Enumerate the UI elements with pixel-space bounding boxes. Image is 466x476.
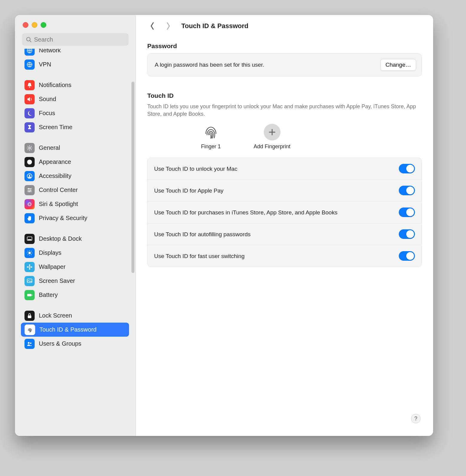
toggle-row-2: Use Touch ID for purchases in iTunes Sto…: [148, 201, 421, 223]
sidebar-item-sound[interactable]: Sound: [21, 92, 129, 106]
sidebar-item-label: Appearance: [39, 158, 71, 165]
sidebar-item-touchid[interactable]: Touch ID & Password: [21, 323, 129, 337]
add-fingerprint-button[interactable]: Add Fingerprint: [254, 124, 290, 150]
sidebar-item-label: General: [39, 144, 60, 151]
sidebar-item-desktop[interactable]: Desktop & Dock: [21, 232, 129, 246]
sidebar-item-label: Battery: [39, 292, 58, 298]
sidebar-item-battery[interactable]: Battery: [21, 288, 129, 302]
lock-icon: [24, 311, 35, 321]
search-input[interactable]: [32, 33, 125, 46]
sidebar-scrollbar[interactable]: [131, 82, 134, 273]
sidebar-item-appearance[interactable]: Appearance: [21, 155, 129, 169]
search-icon: [26, 36, 32, 42]
maximize-window-button[interactable]: [41, 22, 46, 28]
page-title: Touch ID & Password: [181, 22, 249, 30]
sidebar-item-privacy[interactable]: Privacy & Security: [21, 211, 129, 225]
hand-icon: [24, 213, 35, 223]
sidebar-item-label: Desktop & Dock: [39, 235, 82, 242]
hourglass-icon: [24, 122, 35, 132]
flower-icon: [24, 262, 35, 272]
sidebar-item-screentime[interactable]: Screen Time: [21, 120, 129, 134]
sidebar-item-label: Network: [39, 49, 61, 54]
sidebar-item-label: VPN: [39, 61, 51, 68]
moon-icon: [24, 108, 35, 118]
touchid-toggle-list: Use Touch ID to unlock your MacUse Touch…: [147, 158, 422, 267]
sidebar-item-network[interactable]: Network: [21, 49, 129, 57]
screensaver-icon: [24, 276, 35, 286]
bell-icon: [24, 80, 35, 90]
sidebar-item-label: Lock Screen: [39, 312, 72, 319]
globe-icon: [24, 60, 35, 70]
toggle-switch-1[interactable]: [399, 186, 415, 195]
window-controls: [15, 15, 136, 33]
sidebar-item-general[interactable]: General: [21, 141, 129, 155]
sidebar-item-label: Wallpaper: [39, 263, 65, 270]
sidebar-item-label: Control Center: [39, 187, 78, 193]
sidebar-item-screensaver[interactable]: Screen Saver: [21, 274, 129, 288]
sidebar-item-label: Users & Groups: [39, 340, 81, 347]
sidebar: NetworkVPNNotificationsSoundFocusScreen …: [15, 15, 136, 436]
password-card: A login password has been set for this u…: [147, 53, 422, 77]
forward-button[interactable]: [163, 20, 173, 32]
toggle-label: Use Touch ID for autofilling passwords: [154, 231, 251, 238]
sliders-icon: [24, 185, 35, 195]
change-password-button[interactable]: Change…: [380, 59, 416, 71]
sidebar-item-siri[interactable]: Siri & Spotlight: [21, 197, 129, 211]
help-button[interactable]: ?: [411, 414, 421, 423]
back-button[interactable]: [147, 20, 157, 32]
toggle-row-0: Use Touch ID to unlock your Mac: [148, 158, 421, 179]
minimize-window-button[interactable]: [32, 22, 37, 28]
toggle-switch-4[interactable]: [399, 251, 415, 261]
sun-icon: [24, 248, 35, 258]
fingerprint-icon: [203, 124, 219, 141]
sidebar-item-label: Displays: [39, 249, 62, 256]
touchid-description: Touch ID lets you use your fingerprint t…: [147, 103, 422, 118]
contrast-icon: [24, 157, 35, 167]
fingerprint-label: Add Fingerprint: [254, 144, 290, 150]
fingerprint-icon: [24, 324, 35, 335]
users-icon: [24, 339, 35, 349]
person-icon: [24, 171, 35, 181]
sidebar-item-accessibility[interactable]: Accessibility: [21, 169, 129, 183]
toggle-row-4: Use Touch ID for fast user switching: [148, 245, 421, 267]
toggle-switch-0[interactable]: [399, 164, 415, 173]
sidebar-item-label: Focus: [39, 110, 55, 117]
touchid-section-heading: Touch ID: [147, 92, 422, 99]
sidebar-item-label: Privacy & Security: [39, 215, 87, 222]
fingerprint-1[interactable]: Finger 1: [201, 124, 221, 150]
sidebar-item-label: Accessibility: [39, 173, 71, 179]
password-status-text: A login password has been set for this u…: [155, 62, 264, 68]
sidebar-item-displays[interactable]: Displays: [21, 246, 129, 260]
toggle-row-1: Use Touch ID for Apple Pay: [148, 179, 421, 201]
search-field[interactable]: [22, 33, 128, 46]
dock-icon: [24, 234, 35, 244]
sidebar-item-label: Screen Time: [39, 124, 72, 131]
plus-icon: [264, 124, 280, 141]
globe-icon: [24, 49, 35, 56]
toggle-switch-3[interactable]: [399, 229, 415, 239]
sidebar-item-controlcenter[interactable]: Control Center: [21, 183, 129, 197]
toggle-label: Use Touch ID for Apple Pay: [154, 187, 223, 195]
close-window-button[interactable]: [23, 22, 28, 28]
sidebar-item-vpn[interactable]: VPN: [21, 57, 129, 71]
sidebar-item-label: Sound: [39, 96, 56, 103]
battery-icon: [24, 290, 35, 300]
sidebar-item-label: Siri & Spotlight: [39, 201, 78, 208]
toggle-label: Use Touch ID for purchases in iTunes Sto…: [154, 209, 338, 216]
topbar: Touch ID & Password: [136, 15, 433, 37]
sidebar-scroll: NetworkVPNNotificationsSoundFocusScreen …: [15, 49, 136, 436]
content: Touch ID & Password Password A login pas…: [136, 15, 433, 436]
sidebar-item-label: Screen Saver: [39, 277, 75, 284]
toggle-label: Use Touch ID for fast user switching: [154, 252, 245, 260]
password-section-heading: Password: [147, 42, 422, 50]
sidebar-item-label: Notifications: [39, 82, 71, 89]
sidebar-item-notifications[interactable]: Notifications: [21, 78, 129, 92]
sidebar-item-wallpaper[interactable]: Wallpaper: [21, 260, 129, 274]
siri-icon: [24, 199, 35, 209]
sidebar-item-lockscreen[interactable]: Lock Screen: [21, 309, 129, 323]
settings-window: NetworkVPNNotificationsSoundFocusScreen …: [15, 15, 433, 436]
toggle-switch-2[interactable]: [399, 208, 415, 217]
sidebar-item-focus[interactable]: Focus: [21, 106, 129, 120]
toggle-label: Use Touch ID to unlock your Mac: [154, 165, 237, 173]
sidebar-item-users[interactable]: Users & Groups: [21, 337, 129, 351]
